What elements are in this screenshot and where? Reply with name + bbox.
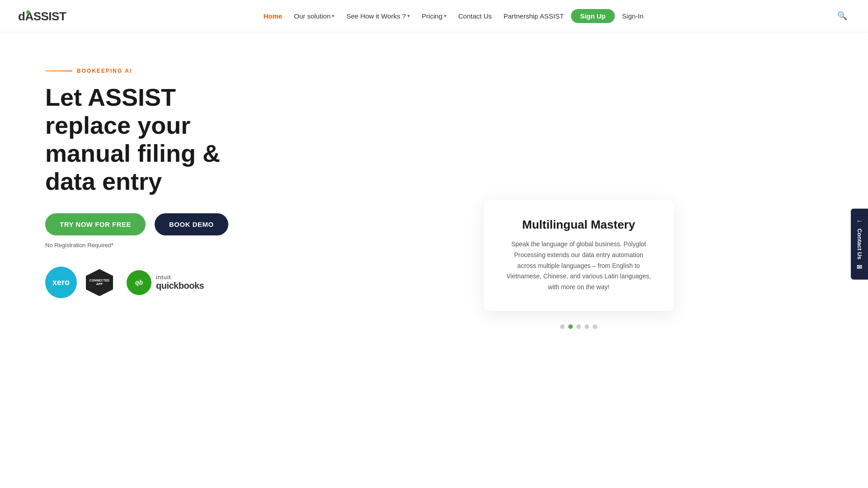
hero-logos: xero CONNECTED APP qb intuit quickbooks: [45, 267, 326, 298]
sidebar-arrow: →: [856, 217, 863, 225]
intuit-label: intuit: [156, 274, 204, 281]
hero-left: BOOKEEPING AI Let ASSIST replace your ma…: [45, 59, 326, 470]
badge-line: [45, 70, 72, 71]
dot-5[interactable]: [593, 324, 597, 329]
badge-text: BOOKEEPING AI: [77, 68, 132, 74]
dot-2[interactable]: [568, 324, 573, 329]
qb-circle: qb: [127, 270, 151, 295]
nav-item-how-works[interactable]: See How it Works ? ▾: [342, 9, 414, 23]
svg-point-1: [26, 10, 30, 14]
dot-1[interactable]: [560, 324, 565, 329]
nav-item-solution[interactable]: Our solution ▾: [289, 9, 339, 23]
hero-buttons: TRY NOW FOR FREE BOOK DEMO: [45, 213, 326, 235]
quickbooks-label: quickbooks: [156, 281, 204, 291]
quickbooks-logo: qb intuit quickbooks: [127, 270, 204, 295]
nav-item-home[interactable]: Home: [259, 9, 287, 23]
signin-link[interactable]: Sign-In: [618, 9, 648, 23]
hero-right: Multilingual Mastery Speak the language …: [326, 59, 832, 470]
hero-title: Let ASSIST replace your manual filing & …: [45, 83, 326, 195]
sidebar-envelope-icon: ✉: [856, 263, 863, 270]
card-title: Multilingual Mastery: [506, 218, 651, 232]
book-demo-button[interactable]: BOOK DEMO: [155, 213, 228, 235]
slider-dots: [484, 324, 674, 329]
try-now-button[interactable]: TRY NOW FOR FREE: [45, 213, 146, 235]
qb-text: intuit quickbooks: [156, 274, 204, 291]
svg-text:dASSIST: dASSIST: [18, 9, 66, 23]
navbar: dASSIST Home Our solution ▾ See How it W…: [0, 0, 868, 32]
search-icon[interactable]: 🔍: [835, 8, 850, 23]
sidebar-contact[interactable]: → Contact Us ✉: [851, 209, 868, 280]
card-description: Speak the language of global business. P…: [506, 239, 651, 293]
nav-item-partnership[interactable]: Partnership ASSIST: [499, 9, 568, 23]
nav-item-pricing[interactable]: Pricing ▾: [417, 9, 451, 23]
nav-links: Home Our solution ▾ See How it Works ? ▾…: [259, 9, 648, 23]
hero-section: BOOKEEPING AI Let ASSIST replace your ma…: [0, 32, 868, 488]
multilingual-card: Multilingual Mastery Speak the language …: [484, 200, 674, 311]
dot-4[interactable]: [585, 324, 589, 329]
xero-logo: xero: [45, 267, 77, 298]
logo[interactable]: dASSIST: [18, 8, 72, 24]
hero-badge: BOOKEEPING AI: [45, 68, 326, 74]
sidebar-contact-label: Contact Us: [856, 229, 863, 260]
no-registration-text: No Registration Required*: [45, 242, 326, 249]
nav-item-contact[interactable]: Contact Us: [454, 9, 496, 23]
xero-connected-badge: CONNECTED APP: [86, 269, 113, 296]
dot-3[interactable]: [576, 324, 581, 329]
signup-button[interactable]: Sign Up: [571, 9, 615, 23]
